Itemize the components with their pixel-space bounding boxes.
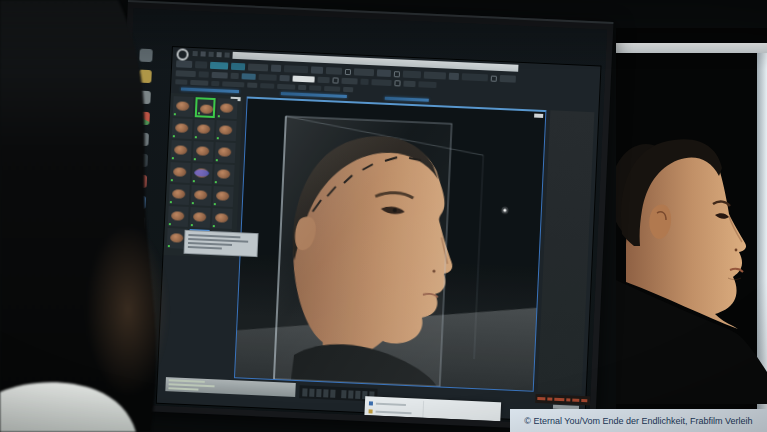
toolbar-button[interactable] bbox=[222, 81, 244, 87]
menu-item[interactable] bbox=[369, 400, 406, 407]
toolbar-button[interactable] bbox=[403, 81, 415, 88]
secondary-monitor bbox=[616, 28, 767, 432]
header-icon-4[interactable] bbox=[217, 52, 222, 57]
toolbar-button[interactable] bbox=[500, 75, 516, 83]
nostril bbox=[735, 249, 738, 252]
scan-thumbnail-head bbox=[220, 103, 233, 113]
toolbar-button[interactable] bbox=[332, 77, 338, 83]
toolbar-button[interactable] bbox=[231, 73, 239, 79]
menu-item-icon bbox=[369, 401, 373, 405]
segment-group-1 bbox=[302, 388, 335, 397]
toolbar-button[interactable] bbox=[248, 64, 268, 72]
toolbar-button[interactable] bbox=[259, 74, 277, 81]
menu-item[interactable] bbox=[368, 424, 401, 425]
scan-thumbnail-head bbox=[215, 213, 228, 223]
glass-case-front bbox=[274, 116, 452, 386]
toolbar-button[interactable] bbox=[309, 85, 321, 91]
segment-button[interactable] bbox=[330, 389, 335, 397]
toolbar-button[interactable] bbox=[394, 80, 400, 86]
toolbar-button[interactable] bbox=[360, 79, 368, 85]
scan-thumbnail-head bbox=[216, 191, 229, 201]
warning-text-dash bbox=[554, 398, 564, 401]
menu-item-label bbox=[375, 418, 397, 421]
warning-text-dash bbox=[581, 399, 587, 402]
toolbar-button[interactable] bbox=[311, 66, 323, 74]
toolbar-button[interactable] bbox=[403, 71, 421, 79]
segment-button[interactable] bbox=[316, 388, 321, 396]
viewport-scene bbox=[235, 99, 545, 391]
scan-editor-window bbox=[156, 46, 602, 423]
segment-button[interactable] bbox=[348, 390, 353, 398]
viewport-3d[interactable] bbox=[234, 96, 546, 391]
viewport-corner-button[interactable] bbox=[534, 114, 543, 118]
toolbar-button[interactable] bbox=[424, 72, 446, 80]
warning-text-dash bbox=[572, 399, 579, 402]
toolbar-button[interactable] bbox=[212, 72, 228, 79]
warning-text-dash bbox=[566, 398, 570, 401]
header-icon-5[interactable] bbox=[224, 52, 229, 57]
toolbar-button[interactable] bbox=[343, 87, 353, 92]
toolbar-button[interactable] bbox=[345, 68, 351, 74]
segment-button[interactable] bbox=[302, 388, 307, 396]
toolbar-button[interactable] bbox=[394, 71, 400, 77]
thumbnail-status-dot bbox=[217, 137, 219, 139]
caption-text: © Eternal You/Vom Ende der Endlichkeit, … bbox=[524, 416, 752, 426]
toolbar-button[interactable] bbox=[491, 75, 497, 81]
scan-thumbnail[interactable] bbox=[217, 98, 238, 119]
thumbnail-status-dot bbox=[214, 203, 216, 205]
menu-item[interactable] bbox=[368, 408, 411, 415]
scan-thumbnail[interactable] bbox=[216, 120, 237, 141]
toolbar-button[interactable] bbox=[277, 84, 295, 90]
toolbar-button[interactable] bbox=[449, 73, 459, 80]
toolbar-button[interactable] bbox=[260, 83, 274, 89]
toolbar-button[interactable] bbox=[354, 68, 374, 76]
menu-item-label bbox=[376, 402, 406, 405]
toolbar-button[interactable] bbox=[418, 81, 436, 88]
menu-item-icon bbox=[369, 409, 373, 413]
toolbar-button[interactable] bbox=[210, 62, 228, 70]
scan-thumbnail[interactable] bbox=[214, 164, 235, 185]
scan-thumbnail[interactable] bbox=[215, 142, 236, 163]
segment-button[interactable] bbox=[355, 390, 360, 398]
toolbar-button[interactable] bbox=[326, 67, 342, 75]
toolbar-button[interactable] bbox=[377, 69, 391, 77]
toolbar-button[interactable] bbox=[317, 77, 329, 84]
scan-thumbnail-head bbox=[219, 125, 232, 135]
toolbar-button[interactable] bbox=[242, 73, 256, 80]
toolbar-button[interactable] bbox=[371, 79, 391, 86]
segment-button[interactable] bbox=[341, 390, 346, 398]
toolbar-button[interactable] bbox=[341, 78, 357, 85]
warning-status-bar bbox=[535, 394, 603, 406]
white-titlebar-strip bbox=[616, 43, 767, 53]
toolbar-button[interactable] bbox=[271, 65, 281, 72]
menu-item[interactable] bbox=[368, 416, 397, 422]
menu-item-label bbox=[376, 410, 412, 414]
toolbar-button[interactable] bbox=[279, 75, 289, 81]
segment-button[interactable] bbox=[309, 388, 314, 396]
thumbnail-status-dot bbox=[213, 225, 215, 227]
section-bar-3 bbox=[385, 97, 429, 102]
warning-text-dash bbox=[547, 397, 552, 400]
toolbar-button[interactable] bbox=[284, 65, 308, 73]
foreground-person bbox=[0, 0, 210, 432]
film-still-scene: © Eternal You/Vom Ende der Endlichkeit, … bbox=[0, 0, 767, 432]
toolbar-button[interactable] bbox=[462, 73, 488, 81]
scan-thumbnail[interactable] bbox=[213, 186, 234, 207]
side-panel bbox=[538, 110, 595, 394]
profile-reference-photo bbox=[616, 54, 767, 404]
segment-button[interactable] bbox=[323, 389, 328, 397]
toolbar-button[interactable] bbox=[211, 81, 219, 86]
thumbnail-status-dot bbox=[218, 115, 220, 117]
toolbar-button[interactable] bbox=[298, 85, 306, 90]
toolbar-button[interactable] bbox=[231, 63, 245, 71]
scan-thumbnail[interactable] bbox=[212, 208, 233, 229]
toolbar-button[interactable] bbox=[292, 76, 314, 83]
toolbar-button[interactable] bbox=[324, 86, 340, 92]
context-menu-popup bbox=[363, 396, 501, 425]
scan-thumbnail-head bbox=[218, 147, 231, 157]
scan-thumbnail-head bbox=[217, 169, 230, 179]
menu-divider bbox=[421, 401, 424, 426]
toolbar-button[interactable] bbox=[247, 83, 257, 88]
warning-text-dash bbox=[537, 397, 545, 400]
caption-bar: © Eternal You/Vom Ende der Endlichkeit, … bbox=[510, 409, 767, 432]
